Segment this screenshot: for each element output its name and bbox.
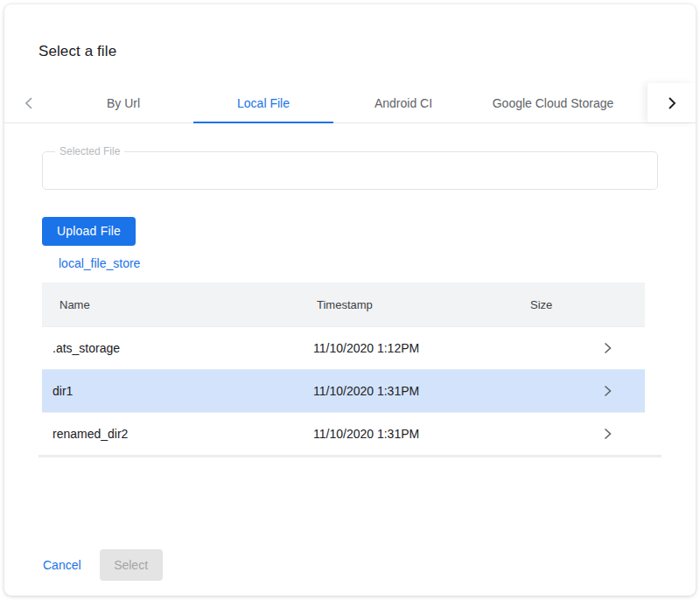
cell-name: .ats_storage [42, 341, 313, 355]
dialog-actions: Cancel Select [38, 549, 696, 581]
chevron-right-icon[interactable] [604, 429, 612, 440]
breadcrumb-local-file-store[interactable]: local_file_store [59, 256, 140, 270]
chevron-right-icon[interactable] [604, 386, 612, 397]
column-header-size: Size [530, 298, 645, 311]
tab-bar: By Url Local File Android CI Google Clou… [4, 83, 696, 123]
table-row-ats-storage[interactable]: .ats_storage 11/10/2020 1:12PM [42, 326, 645, 369]
chevron-right-icon[interactable] [604, 343, 612, 354]
cell-timestamp: 11/10/2020 1:31PM [313, 427, 530, 441]
selected-file-field: Selected File [42, 151, 658, 190]
tab-android-ci[interactable]: Android CI [333, 83, 473, 122]
tab-label: By Url [107, 96, 140, 110]
cell-name: dir1 [42, 384, 313, 398]
tab-by-url[interactable]: By Url [53, 83, 193, 122]
dialog-title: Select a file [38, 43, 696, 60]
table-bottom-divider [38, 455, 662, 457]
column-header-timestamp: Timestamp [317, 298, 530, 311]
tabs-scroll-right-button[interactable] [648, 83, 696, 122]
cancel-button[interactable]: Cancel [38, 549, 86, 581]
tab-label: Android CI [374, 96, 432, 110]
tabs-scroll-left-button[interactable] [4, 83, 53, 122]
selected-file-input[interactable] [43, 152, 657, 189]
tab-label: Google Cloud Storage [493, 96, 614, 110]
chevron-right-icon [668, 97, 676, 109]
column-header-name: Name [42, 298, 317, 311]
select-file-dialog: Select a file By Url Local File Android … [4, 4, 696, 596]
chevron-left-icon [24, 97, 33, 109]
cell-timestamp: 11/10/2020 1:31PM [313, 384, 530, 398]
file-table: Name Timestamp Size .ats_storage 11/10/2… [42, 283, 645, 455]
tab-google-cloud-storage[interactable]: Google Cloud Storage [473, 83, 633, 122]
select-button[interactable]: Select [100, 549, 163, 581]
cell-name: renamed_dir2 [42, 427, 313, 441]
tab-local-file[interactable]: Local File [193, 83, 333, 122]
upload-file-button[interactable]: Upload File [42, 217, 136, 246]
table-row-renamed-dir2[interactable]: renamed_dir2 11/10/2020 1:31PM [42, 412, 645, 455]
table-row-dir1[interactable]: dir1 11/10/2020 1:31PM [42, 369, 645, 412]
tab-list: By Url Local File Android CI Google Clou… [53, 83, 633, 122]
file-table-header: Name Timestamp Size [42, 283, 645, 326]
cell-timestamp: 11/10/2020 1:12PM [313, 341, 530, 355]
tab-label: Local File [237, 96, 290, 110]
